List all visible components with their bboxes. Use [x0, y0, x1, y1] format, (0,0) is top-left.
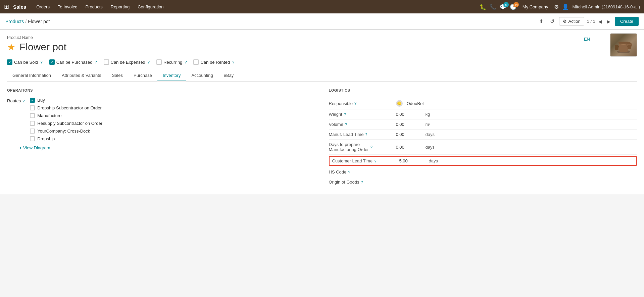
customer-lead-time-value: days — [399, 158, 634, 163]
route-dropship-checkbox[interactable] — [30, 136, 35, 141]
odoobot-icon: 🙂 — [396, 100, 403, 107]
nav-configuration[interactable]: Configuration — [134, 2, 167, 11]
company-name[interactable]: My Company — [523, 4, 548, 9]
tab-general-information[interactable]: General Information — [7, 70, 56, 81]
inventory-tab-content: OPERATIONS Routes ? ✓ Buy Dropship Su — [0, 82, 644, 194]
origin-of-goods-input[interactable] — [396, 180, 463, 185]
product-name-label: Product Name — [7, 35, 637, 40]
logistics-days-to-prepare: Days to prepareManufacturing Order ? day… — [329, 140, 637, 155]
can-be-rented-checkbox[interactable] — [193, 59, 199, 65]
routes-label-text: Routes — [7, 98, 21, 103]
pager-text: 1 / 1 — [587, 19, 595, 24]
user-avatar[interactable]: 👤 — [562, 4, 569, 10]
route-buy-checkbox[interactable]: ✓ — [30, 98, 35, 103]
route-resupply-subcontractor-label: Resupply Subcontractor on Order — [37, 121, 102, 126]
nav-to-invoice[interactable]: To Invoice — [54, 2, 81, 11]
chat-icon[interactable]: 💬 5 — [500, 4, 506, 10]
view-diagram-link[interactable]: ➜ View Diagram — [18, 145, 315, 150]
logistics-origin-of-goods: Origin of Goods ? — [329, 177, 637, 187]
breadcrumb-bar: Products / Flower pot ⬆ ↺ ⚙ Action 1 / 1… — [0, 13, 644, 30]
checkbox-recurring: Recurring ? — [156, 59, 187, 65]
days-to-prepare-label-text: Days to prepareManufacturing Order — [329, 142, 369, 152]
customer-lead-time-label-text: Customer Lead Time — [332, 158, 373, 163]
customer-lead-time-input[interactable] — [399, 158, 426, 163]
route-buy: ✓ Buy — [30, 98, 102, 103]
volume-help-icon[interactable]: ? — [345, 122, 347, 127]
can-be-sold-checkbox[interactable]: ✓ — [7, 59, 12, 65]
tab-purchase[interactable]: Purchase — [128, 70, 157, 81]
tab-accounting[interactable]: Accounting — [186, 70, 218, 81]
nav-orders[interactable]: Orders — [33, 2, 53, 11]
hs-code-help-icon[interactable]: ? — [348, 170, 350, 174]
can-be-purchased-checkbox[interactable]: ✓ — [49, 59, 55, 65]
create-button[interactable]: Create — [615, 17, 639, 26]
pager-next[interactable]: ▶ — [605, 18, 612, 25]
can-be-rented-label: Can be Rented — [200, 60, 230, 65]
weight-input[interactable] — [396, 112, 423, 117]
favorite-star-icon[interactable]: ★ — [7, 42, 15, 53]
can-be-rented-help-icon[interactable]: ? — [232, 60, 234, 64]
logistics-volume: Volume ? m³ — [329, 119, 637, 130]
clock-icon[interactable]: 🕐 44 — [510, 4, 516, 10]
nav-brand[interactable]: Sales — [13, 4, 26, 10]
origin-of-goods-help-icon[interactable]: ? — [361, 180, 363, 184]
routes-checks: ✓ Buy Dropship Subcontractor on Order Ma… — [30, 98, 102, 141]
nav-reporting[interactable]: Reporting — [107, 2, 133, 11]
product-lang[interactable]: EN — [584, 37, 590, 42]
route-resupply-subcontractor-checkbox[interactable] — [30, 121, 35, 126]
responsible-help-icon[interactable]: ? — [354, 101, 356, 105]
customer-lead-time-help-icon[interactable]: ? — [374, 159, 376, 163]
route-cross-dock-checkbox[interactable] — [30, 129, 35, 134]
manuf-lead-time-help-icon[interactable]: ? — [365, 133, 367, 137]
tab-ebay[interactable]: eBay — [218, 70, 239, 81]
days-to-prepare-input[interactable] — [396, 145, 423, 150]
days-to-prepare-help-icon[interactable]: ? — [370, 145, 373, 149]
checkbox-can-be-rented: Can be Rented ? — [193, 59, 234, 65]
logistics-section-title: LOGISTICS — [329, 88, 637, 92]
breadcrumb-parent[interactable]: Products — [5, 19, 24, 24]
manuf-lead-time-input[interactable] — [396, 132, 423, 137]
recurring-checkbox[interactable] — [156, 59, 162, 65]
route-resupply-subcontractor: Resupply Subcontractor on Order — [30, 121, 102, 126]
product-title[interactable]: Flower pot — [19, 41, 66, 53]
origin-of-goods-label-text: Origin of Goods — [329, 180, 359, 185]
phone-icon[interactable]: 📞 — [490, 4, 496, 10]
recurring-help-icon[interactable]: ? — [185, 60, 187, 64]
product-name-row: ★ Flower pot — [7, 41, 637, 53]
view-diagram-label: View Diagram — [23, 145, 50, 150]
pager-prev[interactable]: ◀ — [597, 18, 604, 25]
tab-inventory[interactable]: Inventory — [157, 70, 186, 81]
route-dropship-subcontractor: Dropship Subcontractor on Order — [30, 105, 102, 110]
origin-of-goods-label: Origin of Goods ? — [329, 180, 396, 185]
route-cross-dock-label: YourCompany: Cross-Dock — [37, 129, 90, 134]
can-be-expensed-checkbox[interactable] — [104, 59, 109, 65]
weight-help-icon[interactable]: ? — [344, 112, 346, 116]
tab-attributes-variants[interactable]: Attributes & Variants — [56, 70, 107, 81]
route-dropship-subcontractor-label: Dropship Subcontractor on Order — [37, 105, 101, 110]
top-navigation: ⊞ Sales Orders To Invoice Products Repor… — [0, 0, 644, 13]
upload-icon[interactable]: ⬆ — [537, 17, 545, 26]
product-image[interactable] — [610, 33, 637, 57]
hs-code-label: HS Code ? — [329, 169, 396, 175]
nav-products[interactable]: Products — [82, 2, 106, 11]
responsible-value-text: OdooBot — [407, 101, 424, 106]
routes-help-icon[interactable]: ? — [22, 99, 24, 103]
volume-input[interactable] — [396, 122, 423, 127]
route-manufacture-checkbox[interactable] — [30, 113, 35, 118]
origin-of-goods-value — [396, 180, 637, 185]
apps-menu-icon[interactable]: ⊞ — [4, 3, 9, 10]
hs-code-input[interactable] — [396, 169, 463, 175]
action-button[interactable]: ⚙ Action — [559, 17, 584, 26]
route-dropship-subcontractor-checkbox[interactable] — [30, 105, 35, 110]
bug-icon[interactable]: 🐛 — [480, 4, 486, 10]
refresh-icon[interactable]: ↺ — [548, 17, 556, 26]
product-header: Product Name ★ Flower pot EN — [0, 30, 644, 82]
svg-rect-3 — [618, 42, 629, 44]
can-be-expensed-help-icon[interactable]: ? — [148, 60, 150, 64]
settings-icon[interactable]: ⚙ — [554, 4, 559, 10]
can-be-sold-help-icon[interactable]: ? — [41, 60, 43, 64]
tab-sales[interactable]: Sales — [106, 70, 128, 81]
hs-code-label-text: HS Code — [329, 169, 347, 175]
can-be-purchased-help-icon[interactable]: ? — [95, 60, 97, 64]
customer-lead-time-unit: days — [429, 158, 438, 163]
